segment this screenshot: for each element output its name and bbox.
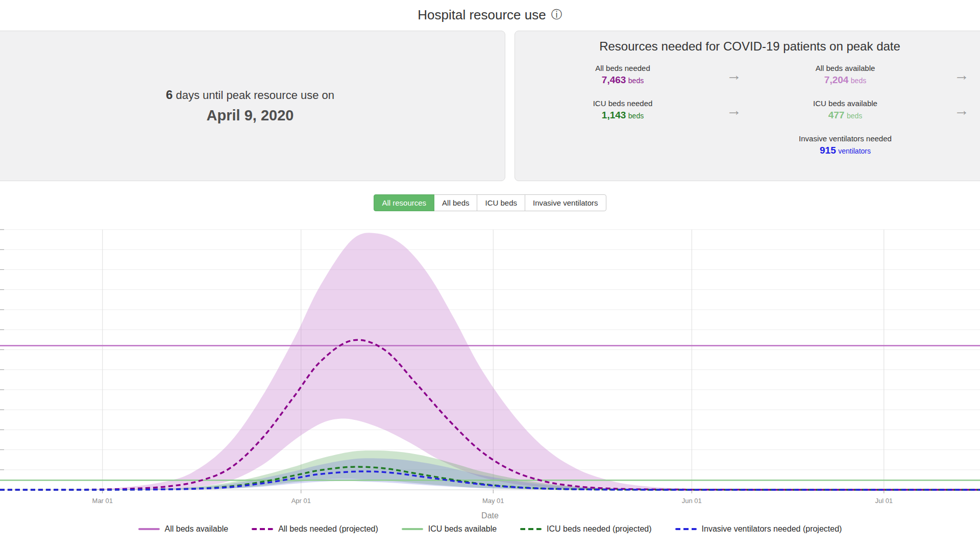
svg-text:Jul 01: Jul 01 — [875, 497, 893, 505]
stat-all-beds-available: All beds available 7,204 beds — [752, 64, 939, 86]
stat-ventilators-needed: Invasive ventilators needed 915 ventilat… — [752, 134, 939, 156]
tab-all-resources[interactable]: All resources — [374, 194, 434, 211]
legend-all-beds-available: All beds available — [138, 524, 229, 534]
info-icon[interactable]: ⓘ — [551, 9, 562, 20]
svg-text:Apr 01: Apr 01 — [291, 497, 311, 505]
resource-tabs: All resources All beds ICU beds Invasive… — [0, 194, 980, 211]
tab-invasive-ventilators[interactable]: Invasive ventilators — [525, 194, 606, 211]
tab-icu-beds[interactable]: ICU beds — [477, 194, 525, 211]
svg-text:May 01: May 01 — [482, 497, 504, 505]
svg-text:Jun 01: Jun 01 — [682, 497, 702, 505]
legend-swatch-dashed-purple — [252, 528, 273, 530]
summary-panels: 6 days until peak resource use on April … — [0, 31, 980, 181]
peak-days-number: 6 — [166, 88, 173, 102]
arrow-icon: → — [716, 103, 752, 118]
legend-ventilators-needed: Invasive ventilators needed (projected) — [675, 524, 842, 534]
stat-icu-beds-needed: ICU beds needed 1,143 beds — [529, 99, 716, 121]
peak-date: April 9, 2020 — [207, 107, 294, 124]
legend-swatch-dashed-blue — [675, 528, 697, 530]
arrow-icon: → — [716, 67, 752, 83]
arrow-icon: → — [939, 67, 980, 83]
legend-swatch-dashed-green — [520, 528, 542, 530]
tab-all-beds[interactable]: All beds — [434, 194, 477, 211]
peak-days-text: 6 days until peak resource use on — [166, 88, 334, 102]
legend-swatch-solid-purple — [138, 528, 160, 530]
page-header: Hospital resource use ⓘ — [0, 0, 980, 30]
chart-canvas[interactable]: Mar 01Apr 01May 01Jun 01Jul 01Date — [0, 229, 980, 520]
resources-panel: Resources needed for COVID-19 patients o… — [514, 31, 980, 181]
resources-panel-title: Resources needed for COVID-19 patients o… — [515, 39, 980, 54]
svg-text:Date: Date — [481, 511, 499, 520]
legend-swatch-solid-green — [402, 528, 423, 530]
peak-date-panel: 6 days until peak resource use on April … — [0, 31, 505, 181]
legend-icu-beds-needed: ICU beds needed (projected) — [520, 524, 651, 534]
stat-all-beds-needed: All beds needed 7,463 beds — [529, 64, 716, 86]
page-title: Hospital resource use — [418, 7, 546, 23]
arrow-icon: → — [939, 103, 980, 118]
resource-use-chart[interactable]: Mar 01Apr 01May 01Jun 01Jul 01Date — [0, 229, 980, 520]
chart-legend: All beds available All beds needed (proj… — [0, 524, 980, 534]
stat-icu-beds-available: ICU beds available 477 beds — [752, 99, 939, 121]
legend-all-beds-needed: All beds needed (projected) — [252, 524, 378, 534]
resources-grid: All beds needed 7,463 beds → All beds av… — [515, 64, 980, 156]
svg-text:Mar 01: Mar 01 — [92, 497, 113, 505]
legend-icu-beds-available: ICU beds available — [402, 524, 497, 534]
